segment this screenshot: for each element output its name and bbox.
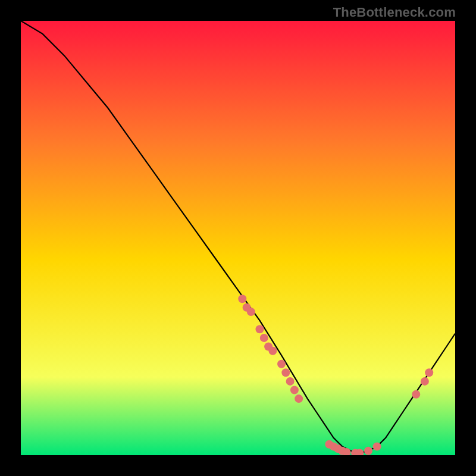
- highlight-point: [295, 394, 303, 403]
- highlight-point: [373, 442, 381, 450]
- highlight-point: [281, 368, 290, 377]
- highlight-point: [364, 447, 372, 455]
- highlight-point: [277, 360, 286, 368]
- highlight-point: [425, 368, 433, 377]
- highlight-point: [421, 377, 429, 386]
- highlight-point: [238, 295, 246, 303]
- highlight-point: [268, 347, 277, 355]
- highlight-point: [286, 377, 295, 386]
- highlight-point: [412, 390, 420, 399]
- highlight-point: [256, 325, 264, 333]
- watermark-label: TheBottleneck.com: [333, 5, 456, 20]
- highlight-point: [247, 308, 255, 316]
- bottleneck-chart: [21, 21, 455, 455]
- plot-area: [21, 21, 455, 455]
- gradient-background: [21, 21, 455, 455]
- highlight-point: [290, 386, 299, 394]
- chart-frame: TheBottleneck.com: [0, 0, 476, 476]
- highlight-point: [260, 334, 268, 342]
